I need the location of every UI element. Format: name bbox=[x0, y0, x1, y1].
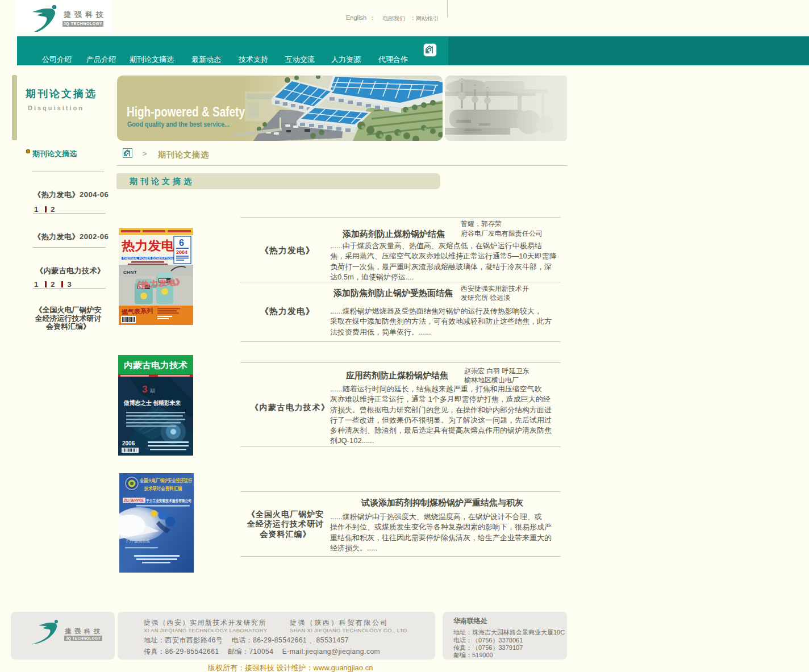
svg-text:2004: 2004 bbox=[176, 249, 187, 255]
svg-text:热力发电: 热力发电 bbox=[121, 239, 174, 253]
svg-text:2006: 2006 bbox=[122, 440, 135, 446]
svg-text:技术研讨会资料汇编: 技术研讨会资料汇编 bbox=[144, 486, 182, 491]
svg-text:CHNT: CHNT bbox=[123, 270, 137, 275]
svg-text:做博志之士 创精彩未来: 做博志之士 创精彩未来 bbox=[123, 399, 181, 407]
svg-text:全国火电厂锅炉安全经济运行: 全国火电厂锅炉安全经济运行 bbox=[139, 477, 193, 483]
svg-text:High-powered & Safety: High-powered & Safety bbox=[127, 105, 245, 119]
svg-text:子力工业安装技术服务有限公司: 子力工业安装技术服务有限公司 bbox=[145, 498, 191, 503]
svg-text:ZILI SERVICE: ZILI SERVICE bbox=[124, 498, 144, 502]
svg-text:子力·源清去焦: 子力·源清去焦 bbox=[125, 539, 150, 544]
svg-text:期: 期 bbox=[150, 388, 155, 394]
svg-text:6: 6 bbox=[179, 238, 184, 248]
svg-text:3: 3 bbox=[142, 384, 147, 395]
svg-text:内蒙古电力技术: 内蒙古电力技术 bbox=[124, 360, 187, 370]
svg-text:THERMAL POWER GENERATION: THERMAL POWER GENERATION bbox=[123, 257, 173, 260]
svg-text:Good quality and the best serv: Good quality and the best service... bbox=[127, 120, 230, 128]
